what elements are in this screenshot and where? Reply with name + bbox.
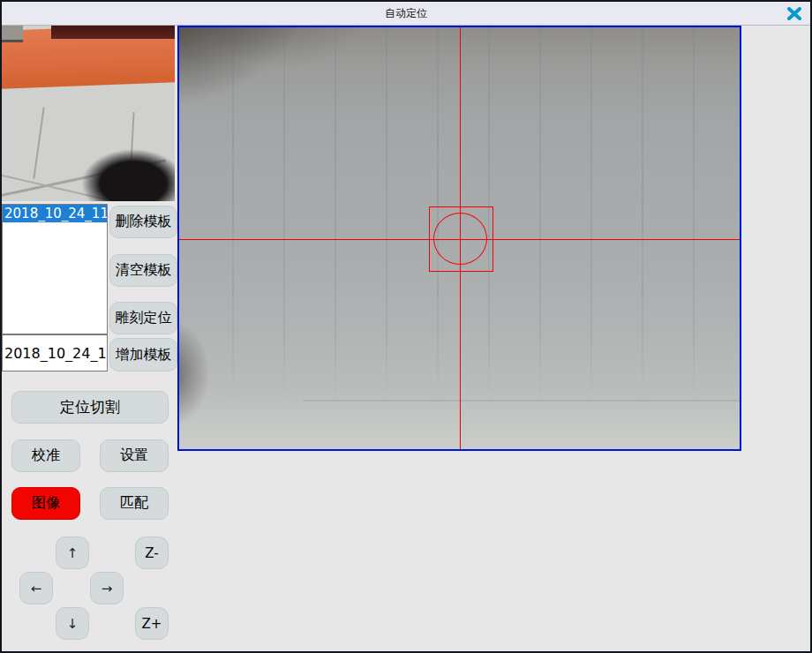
engrave-position-button[interactable]: 雕刻定位 <box>109 302 177 334</box>
preview-dark-object <box>67 139 175 201</box>
jog-right-button[interactable]: → <box>90 572 124 604</box>
auto-position-dialog: 自动定位 2018_10_24_11 删除模板 清空模板 雕刻定位 增加模板 定… <box>0 0 812 653</box>
dialog-title: 自动定位 <box>385 6 427 21</box>
template-preview-image <box>2 26 175 201</box>
template-name-field[interactable] <box>2 334 108 372</box>
position-cut-button[interactable]: 定位切割 <box>11 391 169 424</box>
close-button[interactable] <box>784 4 805 23</box>
jog-z-plus-button[interactable]: Z+ <box>135 607 169 640</box>
jog-z-minus-button[interactable]: Z- <box>135 537 169 569</box>
preview-tile-seam <box>33 107 44 178</box>
match-region-circle <box>433 213 487 265</box>
jog-left-button[interactable]: ← <box>19 572 53 604</box>
preview-dark-strip <box>51 26 175 39</box>
add-template-button[interactable]: 增加模板 <box>109 338 177 372</box>
delete-template-button[interactable]: 删除模板 <box>109 206 177 238</box>
calibrate-button[interactable]: 校准 <box>11 439 80 472</box>
template-list[interactable]: 2018_10_24_11 <box>2 204 108 334</box>
close-icon <box>787 7 801 20</box>
settings-button[interactable]: 设置 <box>100 439 169 472</box>
preview-gray-patch <box>2 26 23 42</box>
jog-up-button[interactable]: ↑ <box>56 537 89 569</box>
match-button[interactable]: 匹配 <box>100 487 169 520</box>
clear-template-button[interactable]: 清空模板 <box>109 254 177 287</box>
camera-horizontal-seam <box>303 400 740 402</box>
image-button[interactable]: 图像 <box>11 487 80 520</box>
jog-down-button[interactable]: ↓ <box>56 607 89 640</box>
template-list-item[interactable]: 2018_10_24_11 <box>3 205 107 222</box>
title-bar: 自动定位 <box>2 2 810 26</box>
camera-view <box>177 26 741 451</box>
